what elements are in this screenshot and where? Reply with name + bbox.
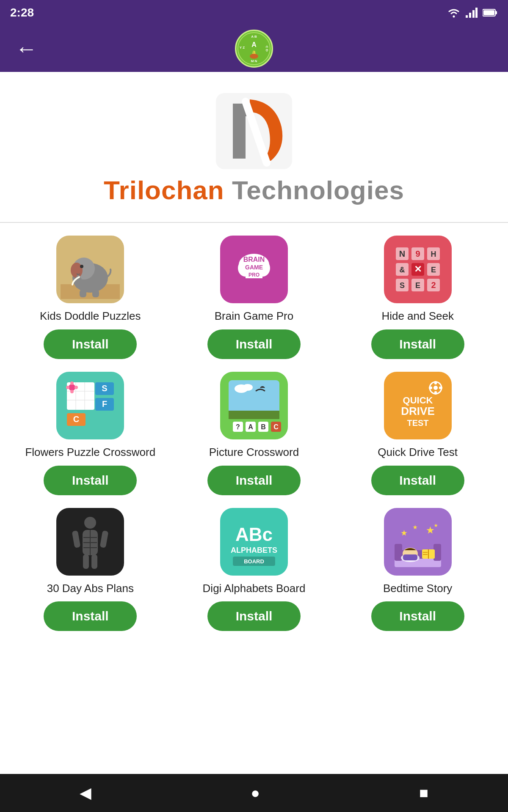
back-button[interactable]: ← (15, 38, 37, 60)
install-btn-kids-doodle[interactable]: Install (44, 329, 137, 359)
bottom-back-button[interactable]: ◀ (80, 784, 91, 802)
svg-text:N: N (399, 249, 405, 258)
status-bar: 2:28 (0, 0, 508, 25)
svg-rect-26 (92, 290, 99, 297)
app-name-hide-seek: Hide and Seek (381, 309, 454, 324)
svg-text:TEST: TEST (407, 418, 428, 428)
svg-rect-75 (229, 411, 279, 419)
install-btn-flowers[interactable]: Install (44, 466, 137, 495)
app-item-brain-game: BRAIN GAME PRO Brain Game Pro Install (177, 236, 332, 359)
svg-rect-72 (229, 380, 279, 414)
svg-text:S: S (400, 281, 405, 290)
app-item-digi-alpha: ABc ALPHABETS BOARD Digi Alphabets Board… (177, 508, 332, 631)
install-btn-picture-crossword[interactable]: Install (207, 466, 301, 495)
app-item-picture-crossword: ? A B C Picture Crossword Install (177, 372, 332, 495)
svg-text:QUICK: QUICK (403, 395, 433, 406)
flowers-svg: S F C (61, 376, 120, 435)
svg-point-0 (453, 16, 455, 18)
status-time: 2:28 (10, 6, 34, 19)
brain-game-icon-text: BRAIN GAME PRO (224, 239, 284, 300)
app-name-picture-crossword: Picture Crossword (209, 445, 299, 460)
app-item-hide-seek: N 9 H & ✕ E S E 2 (340, 236, 495, 359)
svg-text:M N: M N (251, 59, 257, 63)
svg-text:A: A (251, 41, 257, 48)
app-icon-quick-drive: QUICK DRIVE TEST (384, 372, 452, 439)
brand-name: Trilochan Technologies (104, 175, 404, 205)
app-icon-hide-seek: N 9 H & ✕ E S E 2 (384, 236, 452, 303)
svg-point-86 (433, 386, 438, 390)
svg-text:PRO: PRO (248, 272, 260, 278)
brand-logo (207, 89, 301, 175)
quick-drive-svg: QUICK DRIVE TEST (388, 376, 447, 435)
bottom-home-button[interactable]: ● (251, 784, 260, 802)
svg-rect-3 (472, 10, 475, 18)
svg-text:?: ? (236, 423, 240, 431)
svg-rect-1 (466, 15, 468, 18)
svg-point-61 (70, 381, 74, 385)
app-name-quick-drive: Quick Drive Test (378, 445, 458, 460)
svg-text:BOARD: BOARD (244, 558, 264, 565)
svg-text:S: S (102, 384, 108, 393)
app-icon-digi-alpha: ABc ALPHABETS BOARD (220, 508, 288, 576)
svg-rect-89 (429, 387, 432, 389)
svg-text:ABc: ABc (235, 524, 273, 545)
svg-rect-87 (434, 381, 437, 384)
nav-logo: A B C D M N Y Z A a (235, 30, 273, 68)
app-name-flowers: Flowers Puzzle Crossword (25, 445, 155, 460)
svg-text:ALPHABETS: ALPHABETS (231, 546, 277, 554)
svg-rect-101 (83, 554, 89, 569)
svg-text:9: 9 (415, 249, 420, 258)
svg-text:Y Z: Y Z (240, 46, 245, 49)
svg-point-62 (70, 390, 74, 393)
svg-text:★: ★ (413, 524, 417, 530)
svg-text:&: & (399, 266, 405, 274)
svg-text:★: ★ (426, 526, 434, 535)
app-icon-flowers: S F C (56, 372, 124, 439)
wifi-icon (447, 8, 461, 18)
svg-text:C D: C D (265, 46, 269, 52)
logo-svg: A B C D M N Y Z A a (236, 31, 272, 66)
install-btn-abs[interactable]: Install (44, 601, 137, 631)
brain-game-svg: BRAIN GAME PRO (224, 239, 284, 298)
svg-rect-2 (469, 13, 471, 18)
bedtime-svg: ★ ★ ★ ★ (388, 512, 447, 571)
hide-seek-svg: N 9 H & ✕ E S E 2 (388, 240, 447, 299)
app-item-quick-drive: QUICK DRIVE TEST Quick Drive Test Instal… (340, 372, 495, 495)
apps-section: Kids Doddle Puzzles Install BRAIN GA (0, 231, 508, 774)
install-btn-quick-drive[interactable]: Install (371, 466, 464, 495)
svg-point-74 (243, 384, 253, 391)
battery-icon (483, 8, 498, 17)
bottom-recent-button[interactable]: ■ (419, 784, 428, 802)
svg-text:B: B (261, 423, 266, 431)
app-name-digi-alpha: Digi Alphabets Board (203, 582, 306, 596)
svg-rect-4 (475, 8, 478, 18)
svg-text:2: 2 (431, 280, 436, 290)
app-icon-kids-doodle (56, 236, 124, 303)
status-icons (447, 8, 498, 18)
app-icon-brain-game: BRAIN GAME PRO (220, 236, 288, 303)
svg-rect-88 (434, 391, 437, 395)
svg-rect-117 (403, 554, 417, 560)
svg-text:A: A (248, 423, 253, 431)
app-icon-abs (56, 508, 124, 576)
svg-text:C: C (73, 414, 79, 424)
signal-icon (466, 8, 478, 18)
svg-text:H: H (431, 250, 436, 258)
svg-point-24 (80, 265, 83, 268)
brand-section: Trilochan Technologies (0, 72, 508, 214)
install-btn-bedtime[interactable]: Install (371, 601, 464, 631)
svg-text:C: C (273, 423, 279, 431)
bottom-bar: ◀ ● ■ (0, 774, 508, 812)
svg-text:BRAIN: BRAIN (243, 256, 265, 263)
svg-text:★: ★ (401, 529, 407, 537)
install-btn-brain-game[interactable]: Install (207, 329, 301, 359)
svg-text:DRIVE: DRIVE (401, 405, 434, 417)
svg-rect-25 (80, 290, 86, 297)
svg-text:A B: A B (251, 35, 257, 38)
svg-point-16 (250, 54, 258, 59)
install-btn-digi-alpha[interactable]: Install (207, 601, 301, 631)
nav-bar: ← A B C D M N Y Z A a (0, 25, 508, 72)
svg-rect-90 (439, 387, 442, 389)
svg-point-63 (66, 386, 69, 389)
install-btn-hide-seek[interactable]: Install (371, 329, 464, 359)
